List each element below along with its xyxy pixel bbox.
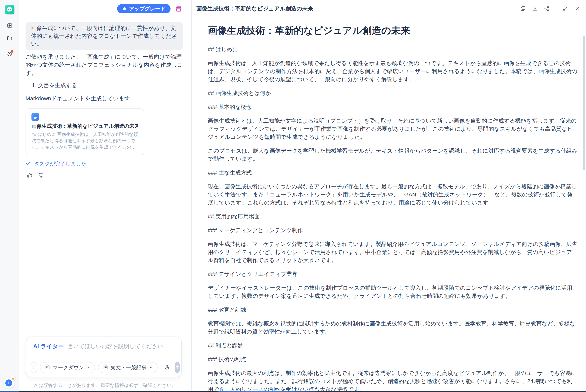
microphone-icon: [164, 364, 170, 371]
attach-button[interactable]: [30, 362, 37, 373]
assistant-message: ご依頼を承りました。「画像生成」について、一般向けで論理的かつ文体の統一されたプ…: [26, 53, 183, 178]
document-paragraph: 画像生成技術は、マーケティング分野で急速に導入されています。製品紹介用のビジュア…: [208, 240, 578, 264]
document-card[interactable]: 画像生成技術：革新的なビジュアル創造の未来 ## はじめに 画像生成技術は、人工…: [26, 108, 144, 156]
share-icon: [544, 6, 550, 12]
composer-toolbar: マークダウン 短文・一般記事: [30, 362, 178, 373]
premium-crown-icon: [10, 376, 15, 381]
nav-rail: L: [0, 0, 19, 392]
copy-icon: [520, 6, 526, 12]
format-dropdown-label: マークダウン: [53, 364, 84, 371]
document-paragraph: 画像生成技術とは、人工知能が文字による説明（プロンプト）を受け取り、それに基づい…: [208, 117, 578, 141]
folder-icon: [6, 35, 12, 41]
document-paragraph: ### 基本的な概念: [208, 103, 578, 111]
thumbs-down-button[interactable]: [38, 172, 44, 178]
document-card-preview: ## はじめに 画像生成技術は、人工知能が創造的な領域で果たし得る可能性を示す最…: [32, 131, 138, 150]
document-paragraph: このプロセスは、膨大な画像データを学習した機械学習モデルが、テキスト情報からパタ…: [208, 147, 578, 163]
document-paragraph: ### マーケティングとコンテンツ制作: [208, 226, 578, 234]
document-content: ## はじめに画像生成技術は、人工知能が創造的な領域で果たし得る可能性を示す最も…: [208, 45, 578, 392]
scrollbar-thumb[interactable]: [583, 36, 585, 170]
new-chat-button[interactable]: [6, 22, 12, 28]
task-status-text: タスクが完了しました。: [34, 160, 92, 167]
composer-input[interactable]: [68, 343, 174, 350]
thumbs-up-icon: [27, 172, 33, 178]
chat-column: アップグレード: [19, 0, 191, 392]
feedback-row: [27, 172, 183, 178]
composer-brand-label: AI ライター: [33, 342, 64, 350]
document-file-icon: [32, 113, 39, 121]
composer-input-row: AI ライター: [26, 337, 181, 350]
document-paragraph: 現在、画像生成技術にはいくつかの異なるアプローチが存在します。最も一般的な方式は…: [208, 182, 578, 207]
upgrade-label: アップグレード: [129, 5, 166, 12]
app-root: L アップグレード: [0, 0, 586, 392]
composer: AI ライター: [26, 336, 182, 377]
document-panel-title: 画像生成技術：革新的なビジュアル創造の未来: [196, 5, 520, 12]
files-button[interactable]: [6, 35, 12, 41]
chevron-down-icon: [149, 364, 153, 370]
document-paragraph: ### 主な生成方式: [208, 168, 578, 177]
user-message-bubble: 画像生成について、一般向けに論理的に一貫性があり、文体的にも統一された内容をプロ…: [26, 22, 183, 50]
document-paragraph: ## はじめに: [208, 45, 578, 53]
rail-divider: [5, 48, 14, 48]
task-status-row: タスクが完了しました。: [26, 160, 183, 167]
share-button[interactable]: [544, 6, 550, 12]
assistant-intro-text: ご依頼を承りました。「画像生成」について、一般向けで論理的かつ文体の統一されたプ…: [26, 53, 183, 77]
expand-icon: [562, 6, 568, 12]
plus-icon: [31, 364, 36, 370]
app-logo-icon[interactable]: [5, 5, 14, 14]
arrow-up-icon: [174, 364, 180, 370]
article-type-label: 短文・一般記事: [111, 364, 146, 371]
thumbs-down-icon: [38, 172, 44, 178]
document-paragraph: 教育機関では、複雑な概念を視覚的に説明するための教材制作に画像生成技術を活用し始…: [208, 320, 578, 336]
check-icon: [26, 160, 31, 167]
document-paragraph: 画像生成技術は、人工知能が創造的な領域で果たし得る可能性を示す最も顕著な例の一つ…: [208, 59, 578, 83]
upgrade-button[interactable]: アップグレード: [117, 4, 170, 14]
voice-input-button[interactable]: [164, 364, 170, 372]
chevron-down-icon: [86, 364, 90, 370]
document-paragraph: ## 実用的な応用場面: [208, 212, 578, 220]
user-avatar[interactable]: L: [4, 378, 14, 388]
document-paragraph: ### 教育と訓練: [208, 306, 578, 314]
format-dropdown[interactable]: マークダウン: [40, 362, 95, 373]
plus-square-icon: [6, 22, 12, 28]
document-body: 画像生成技術：革新的なビジュアル創造の未来 ## はじめに画像生成技術は、人工知…: [192, 17, 586, 392]
document-panel-header: 画像生成技術：革新的なビジュアル創造の未来: [192, 0, 586, 17]
markdown-file-icon: [45, 364, 50, 371]
document-paragraph: デザイナーやイラストレーターは、この技術を制作プロセスの補助ツールとして導入し、…: [208, 284, 578, 300]
thumbs-up-button[interactable]: [27, 172, 33, 178]
toolbar-divider: [556, 5, 556, 12]
assistant-step-item: 1. 文書を生成する: [32, 82, 183, 89]
document-paragraph: ### 技術の利点: [208, 355, 578, 363]
rewards-button[interactable]: [175, 5, 183, 12]
document-title: 画像生成技術：革新的なビジュアル創造の未来: [208, 24, 578, 37]
gift-icon: [175, 5, 183, 12]
document-toolbar: [520, 5, 580, 12]
document-paragraph: ## 画像生成技術とは何か: [208, 89, 578, 97]
copy-button[interactable]: [520, 6, 526, 12]
send-button[interactable]: [174, 362, 180, 373]
download-button[interactable]: [532, 6, 538, 12]
history-button[interactable]: [6, 51, 12, 57]
document-card-title: 画像生成技術：革新的なビジュアル創造の未来: [32, 123, 138, 130]
ai-disclaimer: AIは誤答することがあります。重要な情報は必ずご確認ください。: [19, 382, 191, 388]
document-icon: [103, 364, 108, 371]
article-type-dropdown[interactable]: 短文・一般記事: [98, 362, 158, 373]
document-paragraph: 画像生成技術の最大の利点は、制作の効率化と民主化です。従来は専門家にしかできなか…: [208, 369, 578, 392]
crown-icon: [122, 6, 127, 12]
generating-note: Markdownドキュメントを生成しています: [26, 95, 183, 102]
bottom-edge-strip: [0, 391, 586, 392]
document-panel: 画像生成技術：革新的なビジュアル創造の未来: [191, 0, 586, 392]
document-paragraph: ## 利点と課題: [208, 342, 578, 350]
notification-dot: [11, 50, 14, 53]
close-icon: [574, 6, 580, 12]
download-icon: [532, 6, 538, 12]
expand-button[interactable]: [562, 6, 568, 12]
chat-toolbar: アップグレード: [117, 4, 183, 14]
close-button[interactable]: [574, 6, 580, 12]
document-paragraph: ### デザインとクリエイティブ業界: [208, 270, 578, 278]
